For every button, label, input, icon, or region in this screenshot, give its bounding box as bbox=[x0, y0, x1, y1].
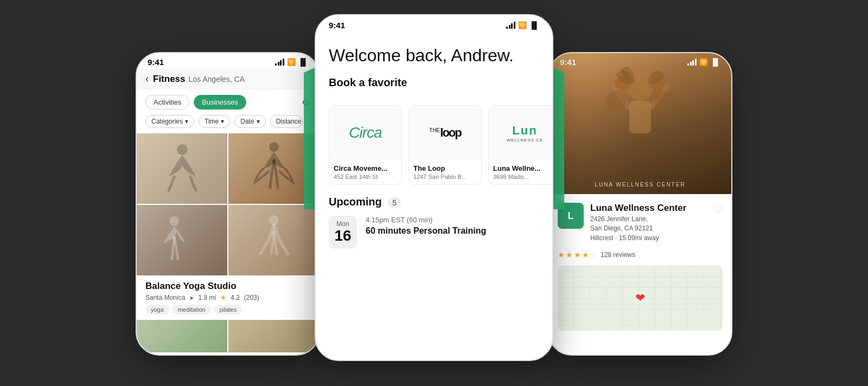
tag-pilates: pilates bbox=[214, 305, 242, 314]
upcoming-item-1[interactable]: Mon 16 4:15pm EST (60 min) 60 minutes Pe… bbox=[329, 216, 539, 249]
luna-logo-text: Lun bbox=[507, 124, 544, 138]
venue-details: Luna Wellness Center 2426 Jennifer Lane,… bbox=[590, 203, 706, 242]
breadcrumb-location: Los Angeles, CA bbox=[189, 75, 245, 83]
studio-tags: yoga meditation pilates bbox=[137, 305, 319, 320]
loop-logo: THEloop bbox=[429, 126, 461, 140]
welcome-text: Welcome back, Andrew. bbox=[329, 45, 539, 66]
phone-left: 9:41 🛜 ▐▌ ‹ Fitness Los Angeles, CA Acti… bbox=[136, 52, 320, 356]
studio-info: Santa Monica ➤ 1.8 mi ★ 4.2 (203) bbox=[137, 294, 319, 305]
book-favorite-title: Book a favorite bbox=[329, 76, 539, 89]
breadcrumb[interactable]: ‹ Fitness Los Angeles, CA bbox=[137, 69, 319, 89]
studio-image-6 bbox=[228, 320, 319, 352]
tag-meditation: meditation bbox=[173, 305, 211, 314]
map-section[interactable]: ❤ bbox=[558, 266, 723, 331]
circa-logo: Circa bbox=[349, 124, 381, 141]
studio-reviews: (203) bbox=[244, 294, 259, 301]
booking-info: 4:15pm EST (60 min) 60 minutes Personal … bbox=[366, 216, 539, 236]
day-num: 16 bbox=[334, 228, 351, 245]
luna-logo-sub: WELLNESS CE bbox=[507, 138, 544, 143]
phone-center: 9:41 🛜 ▐▌ Welcome back, Andrew. Book a f… bbox=[315, 14, 553, 361]
date-label: Date bbox=[240, 118, 254, 125]
tab-activities[interactable]: Activities bbox=[145, 95, 189, 110]
venue-info-section: L Luna Wellness Center 2426 Jennifer Lan… bbox=[549, 194, 731, 250]
studio-location: Santa Monica bbox=[145, 294, 185, 301]
favorite-luna[interactable]: Lun WELLNESS CE Luna Wellne... 3698 Madi… bbox=[488, 105, 552, 185]
phones-showcase: 9:41 🛜 ▐▌ ‹ Fitness Los Angeles, CA Acti… bbox=[136, 14, 732, 372]
venue-address: 2426 Jennifer Lane, San Diego, CA 92121 bbox=[590, 215, 706, 233]
map-pin-icon: ❤ bbox=[635, 291, 645, 305]
center-status-icons: 🛜 ▐▌ bbox=[506, 21, 539, 29]
time-chevron-icon: ▾ bbox=[221, 118, 224, 125]
venue-address-line1: 2426 Jennifer Lane, bbox=[590, 215, 648, 223]
star-1-icon: ★ bbox=[558, 250, 565, 259]
left-time: 9:41 bbox=[148, 57, 164, 67]
studio-image-1 bbox=[137, 133, 227, 204]
right-time: 9:41 bbox=[560, 57, 576, 67]
svg-point-2 bbox=[169, 216, 179, 226]
distance-label: Distance bbox=[276, 118, 302, 125]
svg-rect-5 bbox=[629, 101, 651, 133]
time-label: Time bbox=[205, 118, 219, 125]
center-time: 9:41 bbox=[329, 21, 345, 30]
svg-point-7 bbox=[655, 91, 674, 113]
star-rating: ★ ★ ★ ★ ☆ bbox=[558, 250, 597, 259]
phone-right: 9:41 🛜 ▐▌ bbox=[548, 52, 732, 356]
categories-label: Categories bbox=[151, 118, 183, 125]
studio-image-grid-2 bbox=[137, 320, 319, 352]
star-3-icon: ★ bbox=[574, 250, 581, 259]
studio-distance: 1.8 mi bbox=[198, 294, 216, 301]
heart-button[interactable]: ♡ bbox=[713, 203, 723, 216]
upcoming-title: Upcoming 5 bbox=[329, 196, 539, 208]
loop-name: The Loop bbox=[409, 160, 481, 173]
distance-dropdown[interactable]: Distance bbox=[270, 115, 303, 128]
venue-avatar-letter: L bbox=[568, 210, 574, 222]
loop-address: 1247 San Pablo B... bbox=[409, 173, 481, 184]
review-count: 128 reviews bbox=[601, 251, 635, 259]
right-status-icons: 🛜 ▐▌ bbox=[687, 58, 720, 66]
battery-icon: ▐▌ bbox=[711, 58, 720, 66]
loop-logo-area: THEloop bbox=[409, 106, 481, 160]
circa-name: Circa Moveme... bbox=[329, 160, 401, 173]
favorite-loop[interactable]: THEloop The Loop 1247 San Pablo B... bbox=[409, 105, 482, 185]
categories-chevron-icon: ▾ bbox=[185, 118, 188, 125]
luna-logo-area: Lun WELLNESS CE bbox=[489, 106, 552, 160]
date-chevron-icon: ▾ bbox=[257, 118, 260, 125]
favorites-list: Circa Circa Moveme... 452 East 14th St T… bbox=[316, 105, 552, 185]
back-arrow-icon[interactable]: ‹ bbox=[145, 73, 149, 85]
studio-rating: 4.2 bbox=[231, 294, 240, 301]
star-icon: ★ bbox=[220, 294, 226, 301]
battery-icon: ▐▌ bbox=[298, 58, 308, 66]
hero-figure-svg bbox=[586, 64, 694, 183]
upcoming-title-text: Upcoming bbox=[329, 196, 382, 208]
circa-logo-area: Circa bbox=[329, 106, 401, 160]
categories-dropdown[interactable]: Categories ▾ bbox=[145, 115, 194, 128]
tag-yoga: yoga bbox=[145, 305, 169, 314]
yoga-figure-3 bbox=[152, 210, 212, 270]
location-arrow-icon: ➤ bbox=[189, 295, 194, 301]
date-dropdown[interactable]: Date ▾ bbox=[234, 115, 265, 128]
battery-icon: ▐▌ bbox=[529, 21, 539, 29]
circa-address: 452 East 14th St bbox=[329, 173, 401, 184]
day-name: Mon bbox=[336, 220, 349, 228]
favorite-circa[interactable]: Circa Circa Moveme... 452 East 14th St bbox=[329, 105, 402, 185]
studio-image-5 bbox=[137, 320, 227, 352]
luna-logo-block: Lun WELLNESS CE bbox=[507, 124, 544, 143]
rating-row: ★ ★ ★ ★ ☆ 128 reviews bbox=[549, 250, 731, 266]
filter-dropdowns: Categories ▾ Time ▾ Date ▾ Distance bbox=[137, 115, 319, 133]
luna-name: Luna Wellne... bbox=[489, 160, 552, 173]
signal-icon bbox=[506, 22, 515, 29]
tab-businesses[interactable]: Businesses bbox=[194, 95, 246, 110]
wifi-icon: 🛜 bbox=[287, 58, 296, 66]
yoga-figure-1 bbox=[152, 139, 212, 198]
breadcrumb-title: Fitness bbox=[153, 74, 186, 85]
center-status-bar: 9:41 🛜 ▐▌ bbox=[316, 15, 552, 32]
time-dropdown[interactable]: Time ▾ bbox=[199, 115, 230, 128]
booking-time: 4:15pm EST (60 min) bbox=[366, 216, 539, 224]
svg-point-1 bbox=[269, 142, 279, 152]
right-status-bar: 9:41 🛜 ▐▌ bbox=[549, 53, 731, 69]
yoga-figure-4 bbox=[244, 210, 304, 270]
wifi-icon: 🛜 bbox=[518, 21, 527, 29]
filter-tabs-row: Activities Businesses ⚙ bbox=[137, 89, 319, 115]
wifi-icon: 🛜 bbox=[699, 58, 708, 66]
hero-image: LUNA WELLNESS CENTER bbox=[549, 53, 731, 194]
